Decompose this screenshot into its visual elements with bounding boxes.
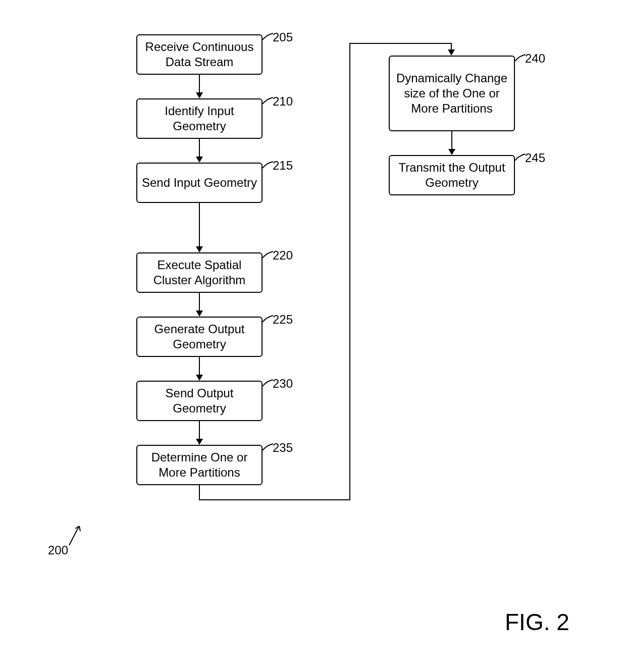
box-send-output-geometry: Send Output Geometry <box>136 381 263 421</box>
box-generate-output-geometry: Generate Output Geometry <box>136 317 263 357</box>
arrow-head-icon <box>196 311 203 317</box>
label-leader-icon <box>261 250 276 259</box>
arrow-head-icon <box>196 439 203 445</box>
box-text: Send Output Geometry <box>141 386 257 416</box>
label-leader-icon <box>261 378 276 387</box>
label-leader-icon <box>261 442 276 451</box>
arrow-connector <box>199 75 200 93</box>
label-leader-icon <box>513 53 529 62</box>
arrow-connector <box>199 499 350 500</box>
arrow-head-icon <box>196 375 203 381</box>
arrow-head-icon <box>196 246 203 252</box>
box-text: Send Input Geometry <box>142 175 257 190</box>
box-text: Receive Continuous Data Stream <box>141 39 257 70</box>
label-leader-icon <box>261 160 276 169</box>
box-execute-spatial-cluster-algorithm: Execute Spatial Cluster Algorithm <box>136 252 263 293</box>
label-leader-icon <box>261 96 276 105</box>
box-text: Dynamically Change size of the One or Mo… <box>394 71 510 116</box>
box-text: Determine One or More Partitions <box>141 450 257 480</box>
arrow-connector <box>199 421 200 439</box>
arrow-connector <box>451 43 452 50</box>
box-text: Identify Input Geometry <box>141 104 257 134</box>
arrow-head-icon <box>448 149 455 155</box>
box-text: Generate Output Geometry <box>141 322 257 352</box>
arrow-connector <box>199 293 200 311</box>
arrow-connector <box>349 43 452 44</box>
arrow-connector <box>199 485 200 500</box>
label-leader-icon <box>513 152 529 162</box>
box-send-input-geometry: Send Input Geometry <box>136 163 263 203</box>
arrow-head-icon <box>196 92 203 98</box>
box-receive-continuous-data-stream: Receive Continuous Data Stream <box>136 34 263 75</box>
arrow-connector <box>199 139 200 157</box>
box-identify-input-geometry: Identify Input Geometry <box>136 98 263 139</box>
figure-caption: FIG. 2 <box>505 608 569 636</box>
arrow-connector <box>199 357 200 375</box>
box-dynamically-change-size: Dynamically Change size of the One or Mo… <box>389 56 515 131</box>
arrow-connector <box>199 203 200 246</box>
arrow-head-icon <box>196 157 203 163</box>
box-determine-partitions: Determine One or More Partitions <box>136 445 263 485</box>
box-transmit-output-geometry: Transmit the Output Geometry <box>389 155 515 195</box>
box-text: Execute Spatial Cluster Algorithm <box>141 257 257 288</box>
curve-arrow-icon <box>67 520 87 548</box>
box-text: Transmit the Output Geometry <box>394 160 510 190</box>
label-leader-icon <box>261 32 276 41</box>
arrow-head-icon <box>448 49 455 56</box>
arrow-connector <box>349 43 350 500</box>
arrow-connector <box>451 131 452 149</box>
figure-reference: 200 <box>48 543 68 557</box>
label-leader-icon <box>261 314 276 323</box>
